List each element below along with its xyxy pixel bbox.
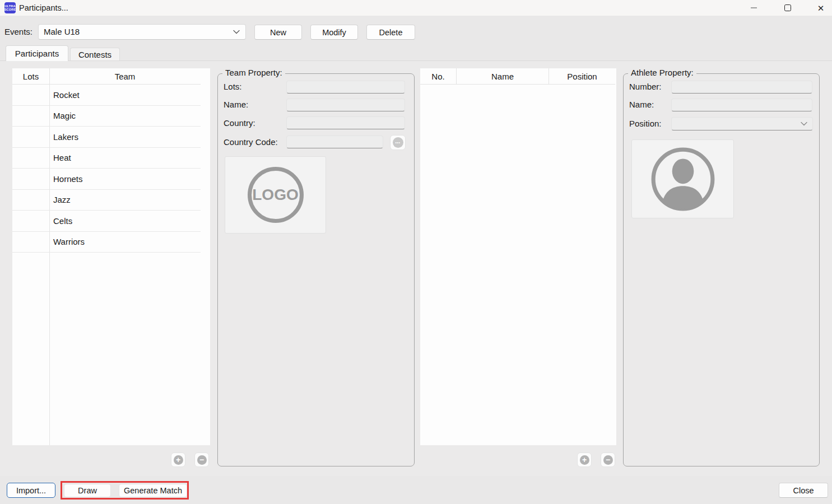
team-row[interactable]: Hornets (12, 169, 201, 190)
close-icon: ✕ (817, 4, 825, 12)
logo-placeholder-icon: LOGO (248, 167, 304, 223)
team-lots-cell (12, 85, 49, 105)
team-property-title: Team Property: (222, 68, 285, 77)
team-name-cell: Heat (49, 148, 201, 169)
team-row[interactable]: Celts (12, 211, 201, 232)
minus-icon: − (603, 455, 613, 465)
athletes-header-position: Position (549, 68, 615, 84)
team-name-input[interactable] (286, 99, 405, 111)
tab-contests[interactable]: Contests (70, 48, 120, 60)
new-button[interactable]: New (254, 25, 302, 40)
ellipsis-icon: ••• (393, 137, 403, 148)
minimize-icon (751, 7, 757, 8)
remove-team-button[interactable]: − (194, 452, 209, 467)
plus-icon: + (174, 455, 183, 465)
close-button[interactable]: Close (779, 483, 828, 498)
athletes-header-no: No. (420, 68, 457, 84)
team-row[interactable]: Warriors (12, 232, 201, 253)
logo-placeholder-text: LOGO (252, 186, 298, 204)
events-dropdown-value: Male U18 (44, 27, 80, 36)
generate-match-button[interactable]: Generate Match (119, 484, 187, 497)
add-athlete-button[interactable]: + (577, 452, 592, 467)
delete-button[interactable]: Delete (366, 25, 415, 40)
athlete-photo-box[interactable] (631, 139, 734, 218)
minus-icon: − (197, 455, 207, 465)
team-lots-label: Lots: (224, 82, 242, 91)
title-bar: ULTRA SCORE Participants... ✕ (0, 0, 832, 16)
maximize-icon (784, 4, 791, 11)
athletes-table-header: No. Name Position (420, 68, 615, 85)
team-name-cell: Warriors (49, 232, 201, 253)
team-row[interactable]: Jazz (12, 190, 201, 211)
team-lots-cell (12, 127, 49, 147)
team-country-code-label: Country Code: (224, 137, 278, 147)
athlete-number-input[interactable] (671, 81, 812, 94)
teams-table: Lots Team Rocket Magic Lakers Heat Horne… (12, 68, 210, 445)
team-name-cell: Jazz (49, 190, 201, 211)
athlete-position-select[interactable] (671, 117, 813, 130)
app-icon-text: SCORE (4, 8, 16, 11)
team-lots-cell (12, 148, 49, 169)
team-lots-cell (12, 106, 49, 127)
app-icon: ULTRA SCORE (4, 2, 16, 13)
athlete-property-title: Athlete Property: (628, 68, 696, 77)
team-property-group: Team Property: Lots: Name: Country: Coun… (217, 73, 415, 466)
events-dropdown[interactable]: Male U18 (38, 24, 246, 40)
minimize-button[interactable] (742, 0, 765, 16)
events-label: Events: (4, 24, 32, 40)
team-lots-cell (12, 232, 49, 253)
team-row[interactable]: Lakers (12, 127, 201, 148)
team-name-label: Name: (224, 100, 248, 109)
team-name-cell: Hornets (49, 169, 201, 189)
maximize-button[interactable] (777, 0, 799, 16)
athlete-name-label: Name: (629, 100, 654, 109)
teams-table-rows: Rocket Magic Lakers Heat Hornets Jazz Ce… (12, 85, 201, 253)
team-lots-cell (12, 211, 49, 231)
window-title: Participants... (19, 0, 68, 16)
chevron-down-icon (233, 30, 240, 34)
athlete-position-label: Position: (629, 119, 662, 128)
tab-participants[interactable]: Participants (6, 45, 68, 61)
team-lots-cell (12, 169, 49, 189)
import-button[interactable]: Import... (7, 483, 55, 498)
athletes-header-name: Name (457, 68, 549, 84)
person-avatar-icon (649, 145, 717, 213)
team-name-cell: Celts (49, 211, 201, 231)
team-lots-cell (12, 190, 49, 211)
team-row[interactable]: Rocket (12, 85, 201, 106)
browse-country-code-button[interactable]: ••• (390, 135, 406, 150)
draw-button[interactable]: Draw (64, 484, 111, 497)
teams-header-lots: Lots (12, 68, 49, 84)
team-name-cell: Lakers (49, 127, 201, 147)
modify-button[interactable]: Modify (310, 25, 358, 40)
plus-icon: + (580, 455, 589, 465)
teams-header-team: Team (49, 68, 201, 84)
team-logo-box[interactable]: LOGO (225, 156, 326, 234)
team-name-cell: Rocket (49, 85, 201, 105)
remove-athlete-button[interactable]: − (601, 452, 615, 467)
athlete-name-input[interactable] (671, 99, 812, 111)
team-lots-input[interactable] (286, 81, 405, 94)
add-team-button[interactable]: + (171, 452, 185, 467)
team-row[interactable]: Heat (12, 148, 201, 169)
teams-table-header: Lots Team (12, 68, 201, 85)
athlete-number-label: Number: (629, 82, 662, 91)
team-name-cell: Magic (49, 106, 201, 127)
athlete-property-group: Athlete Property: Number: Name: Position… (623, 73, 820, 466)
close-window-button[interactable]: ✕ (810, 0, 832, 16)
team-country-input[interactable] (286, 116, 405, 129)
athletes-table: No. Name Position (420, 68, 616, 445)
team-country-code-input[interactable] (286, 136, 383, 148)
team-row[interactable]: Magic (12, 106, 201, 127)
chevron-down-icon (801, 122, 807, 126)
team-country-label: Country: (224, 118, 255, 128)
